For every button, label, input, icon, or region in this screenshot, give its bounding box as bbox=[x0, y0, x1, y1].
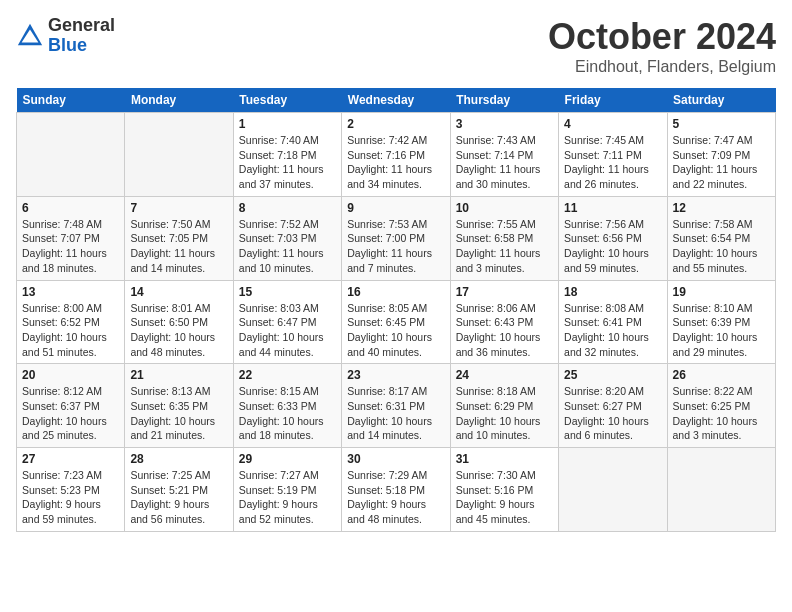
calendar-cell: 27Sunrise: 7:23 AM Sunset: 5:23 PM Dayli… bbox=[17, 448, 125, 532]
logo-general-text: General bbox=[48, 15, 115, 35]
day-info: Sunrise: 8:00 AM Sunset: 6:52 PM Dayligh… bbox=[22, 301, 119, 360]
day-number: 2 bbox=[347, 117, 444, 131]
logo: General Blue bbox=[16, 16, 115, 56]
calendar-cell: 5Sunrise: 7:47 AM Sunset: 7:09 PM Daylig… bbox=[667, 113, 775, 197]
day-info: Sunrise: 8:20 AM Sunset: 6:27 PM Dayligh… bbox=[564, 384, 661, 443]
day-number: 9 bbox=[347, 201, 444, 215]
weekday-header-row: SundayMondayTuesdayWednesdayThursdayFrid… bbox=[17, 88, 776, 113]
day-info: Sunrise: 8:08 AM Sunset: 6:41 PM Dayligh… bbox=[564, 301, 661, 360]
day-info: Sunrise: 8:01 AM Sunset: 6:50 PM Dayligh… bbox=[130, 301, 227, 360]
day-number: 21 bbox=[130, 368, 227, 382]
day-number: 4 bbox=[564, 117, 661, 131]
weekday-header-sunday: Sunday bbox=[17, 88, 125, 113]
day-number: 19 bbox=[673, 285, 770, 299]
day-info: Sunrise: 7:40 AM Sunset: 7:18 PM Dayligh… bbox=[239, 133, 336, 192]
calendar-cell: 24Sunrise: 8:18 AM Sunset: 6:29 PM Dayli… bbox=[450, 364, 558, 448]
day-info: Sunrise: 7:45 AM Sunset: 7:11 PM Dayligh… bbox=[564, 133, 661, 192]
day-info: Sunrise: 8:15 AM Sunset: 6:33 PM Dayligh… bbox=[239, 384, 336, 443]
day-info: Sunrise: 8:12 AM Sunset: 6:37 PM Dayligh… bbox=[22, 384, 119, 443]
day-number: 1 bbox=[239, 117, 336, 131]
calendar-cell: 30Sunrise: 7:29 AM Sunset: 5:18 PM Dayli… bbox=[342, 448, 450, 532]
calendar-cell: 16Sunrise: 8:05 AM Sunset: 6:45 PM Dayli… bbox=[342, 280, 450, 364]
weekday-header-monday: Monday bbox=[125, 88, 233, 113]
day-info: Sunrise: 7:43 AM Sunset: 7:14 PM Dayligh… bbox=[456, 133, 553, 192]
calendar-cell bbox=[559, 448, 667, 532]
calendar-cell: 9Sunrise: 7:53 AM Sunset: 7:00 PM Daylig… bbox=[342, 196, 450, 280]
day-number: 11 bbox=[564, 201, 661, 215]
calendar-week-row: 27Sunrise: 7:23 AM Sunset: 5:23 PM Dayli… bbox=[17, 448, 776, 532]
day-info: Sunrise: 8:05 AM Sunset: 6:45 PM Dayligh… bbox=[347, 301, 444, 360]
calendar-cell: 15Sunrise: 8:03 AM Sunset: 6:47 PM Dayli… bbox=[233, 280, 341, 364]
calendar-cell: 31Sunrise: 7:30 AM Sunset: 5:16 PM Dayli… bbox=[450, 448, 558, 532]
calendar-cell: 13Sunrise: 8:00 AM Sunset: 6:52 PM Dayli… bbox=[17, 280, 125, 364]
day-number: 30 bbox=[347, 452, 444, 466]
page-header: General Blue October 2024 Eindhout, Flan… bbox=[16, 16, 776, 76]
calendar-week-row: 13Sunrise: 8:00 AM Sunset: 6:52 PM Dayli… bbox=[17, 280, 776, 364]
day-number: 14 bbox=[130, 285, 227, 299]
month-title: October 2024 bbox=[548, 16, 776, 58]
calendar-cell: 10Sunrise: 7:55 AM Sunset: 6:58 PM Dayli… bbox=[450, 196, 558, 280]
weekday-header-saturday: Saturday bbox=[667, 88, 775, 113]
day-number: 29 bbox=[239, 452, 336, 466]
calendar-cell: 17Sunrise: 8:06 AM Sunset: 6:43 PM Dayli… bbox=[450, 280, 558, 364]
day-info: Sunrise: 7:42 AM Sunset: 7:16 PM Dayligh… bbox=[347, 133, 444, 192]
day-number: 13 bbox=[22, 285, 119, 299]
day-info: Sunrise: 7:25 AM Sunset: 5:21 PM Dayligh… bbox=[130, 468, 227, 527]
logo-icon bbox=[16, 22, 44, 50]
day-number: 3 bbox=[456, 117, 553, 131]
day-info: Sunrise: 7:55 AM Sunset: 6:58 PM Dayligh… bbox=[456, 217, 553, 276]
weekday-header-thursday: Thursday bbox=[450, 88, 558, 113]
day-info: Sunrise: 7:52 AM Sunset: 7:03 PM Dayligh… bbox=[239, 217, 336, 276]
logo-blue-text: Blue bbox=[48, 35, 87, 55]
day-info: Sunrise: 7:56 AM Sunset: 6:56 PM Dayligh… bbox=[564, 217, 661, 276]
day-info: Sunrise: 8:22 AM Sunset: 6:25 PM Dayligh… bbox=[673, 384, 770, 443]
day-info: Sunrise: 7:29 AM Sunset: 5:18 PM Dayligh… bbox=[347, 468, 444, 527]
day-number: 12 bbox=[673, 201, 770, 215]
calendar-cell: 14Sunrise: 8:01 AM Sunset: 6:50 PM Dayli… bbox=[125, 280, 233, 364]
day-number: 18 bbox=[564, 285, 661, 299]
day-number: 22 bbox=[239, 368, 336, 382]
calendar-cell: 2Sunrise: 7:42 AM Sunset: 7:16 PM Daylig… bbox=[342, 113, 450, 197]
calendar-cell: 3Sunrise: 7:43 AM Sunset: 7:14 PM Daylig… bbox=[450, 113, 558, 197]
calendar-cell: 22Sunrise: 8:15 AM Sunset: 6:33 PM Dayli… bbox=[233, 364, 341, 448]
location-text: Eindhout, Flanders, Belgium bbox=[548, 58, 776, 76]
day-info: Sunrise: 8:06 AM Sunset: 6:43 PM Dayligh… bbox=[456, 301, 553, 360]
calendar-cell: 1Sunrise: 7:40 AM Sunset: 7:18 PM Daylig… bbox=[233, 113, 341, 197]
calendar-cell bbox=[667, 448, 775, 532]
calendar-cell: 29Sunrise: 7:27 AM Sunset: 5:19 PM Dayli… bbox=[233, 448, 341, 532]
calendar-cell: 25Sunrise: 8:20 AM Sunset: 6:27 PM Dayli… bbox=[559, 364, 667, 448]
day-number: 27 bbox=[22, 452, 119, 466]
calendar-cell bbox=[17, 113, 125, 197]
day-number: 31 bbox=[456, 452, 553, 466]
day-info: Sunrise: 8:13 AM Sunset: 6:35 PM Dayligh… bbox=[130, 384, 227, 443]
calendar-cell: 11Sunrise: 7:56 AM Sunset: 6:56 PM Dayli… bbox=[559, 196, 667, 280]
day-info: Sunrise: 7:58 AM Sunset: 6:54 PM Dayligh… bbox=[673, 217, 770, 276]
weekday-header-wednesday: Wednesday bbox=[342, 88, 450, 113]
day-number: 17 bbox=[456, 285, 553, 299]
day-info: Sunrise: 8:18 AM Sunset: 6:29 PM Dayligh… bbox=[456, 384, 553, 443]
day-info: Sunrise: 8:10 AM Sunset: 6:39 PM Dayligh… bbox=[673, 301, 770, 360]
calendar-week-row: 6Sunrise: 7:48 AM Sunset: 7:07 PM Daylig… bbox=[17, 196, 776, 280]
day-number: 25 bbox=[564, 368, 661, 382]
day-info: Sunrise: 8:17 AM Sunset: 6:31 PM Dayligh… bbox=[347, 384, 444, 443]
day-info: Sunrise: 7:30 AM Sunset: 5:16 PM Dayligh… bbox=[456, 468, 553, 527]
calendar-week-row: 20Sunrise: 8:12 AM Sunset: 6:37 PM Dayli… bbox=[17, 364, 776, 448]
day-number: 5 bbox=[673, 117, 770, 131]
day-info: Sunrise: 7:27 AM Sunset: 5:19 PM Dayligh… bbox=[239, 468, 336, 527]
calendar-cell: 12Sunrise: 7:58 AM Sunset: 6:54 PM Dayli… bbox=[667, 196, 775, 280]
day-number: 20 bbox=[22, 368, 119, 382]
calendar-cell: 23Sunrise: 8:17 AM Sunset: 6:31 PM Dayli… bbox=[342, 364, 450, 448]
calendar-cell: 19Sunrise: 8:10 AM Sunset: 6:39 PM Dayli… bbox=[667, 280, 775, 364]
day-number: 23 bbox=[347, 368, 444, 382]
day-number: 26 bbox=[673, 368, 770, 382]
day-info: Sunrise: 7:47 AM Sunset: 7:09 PM Dayligh… bbox=[673, 133, 770, 192]
day-number: 15 bbox=[239, 285, 336, 299]
calendar-cell: 20Sunrise: 8:12 AM Sunset: 6:37 PM Dayli… bbox=[17, 364, 125, 448]
calendar-cell bbox=[125, 113, 233, 197]
calendar-cell: 6Sunrise: 7:48 AM Sunset: 7:07 PM Daylig… bbox=[17, 196, 125, 280]
day-number: 6 bbox=[22, 201, 119, 215]
calendar-cell: 7Sunrise: 7:50 AM Sunset: 7:05 PM Daylig… bbox=[125, 196, 233, 280]
day-info: Sunrise: 7:23 AM Sunset: 5:23 PM Dayligh… bbox=[22, 468, 119, 527]
calendar-cell: 8Sunrise: 7:52 AM Sunset: 7:03 PM Daylig… bbox=[233, 196, 341, 280]
calendar-cell: 18Sunrise: 8:08 AM Sunset: 6:41 PM Dayli… bbox=[559, 280, 667, 364]
